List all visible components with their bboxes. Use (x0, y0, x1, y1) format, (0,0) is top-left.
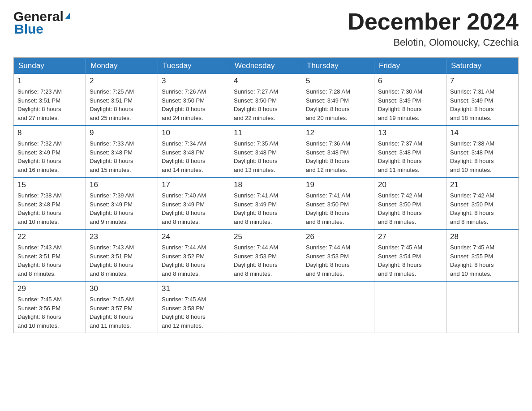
weekday-header-friday: Friday (374, 58, 446, 74)
day-info: Sunrise: 7:30 AMSunset: 3:49 PMDaylight:… (378, 88, 422, 121)
calendar-cell: 15 Sunrise: 7:38 AMSunset: 3:48 PMDaylig… (14, 177, 86, 229)
calendar-cell: 20 Sunrise: 7:42 AMSunset: 3:50 PMDaylig… (374, 177, 446, 229)
day-number: 2 (90, 77, 154, 86)
day-info: Sunrise: 7:38 AMSunset: 3:48 PMDaylight:… (17, 192, 62, 225)
day-info: Sunrise: 7:35 AMSunset: 3:48 PMDaylight:… (234, 140, 278, 173)
calendar-cell: 1 Sunrise: 7:23 AMSunset: 3:51 PMDayligh… (14, 74, 86, 125)
day-number: 4 (234, 77, 298, 86)
day-number: 18 (234, 180, 298, 189)
day-number: 25 (234, 232, 298, 241)
day-info: Sunrise: 7:31 AMSunset: 3:49 PMDaylight:… (450, 88, 494, 121)
day-info: Sunrise: 7:42 AMSunset: 3:50 PMDaylight:… (450, 192, 494, 225)
day-number: 24 (162, 232, 226, 241)
day-number: 13 (378, 128, 442, 137)
calendar-cell (302, 281, 374, 333)
title-section: December 2024 Belotin, Olomoucky, Czechi… (348, 9, 519, 48)
day-info: Sunrise: 7:45 AMSunset: 3:54 PMDaylight:… (378, 244, 422, 277)
day-number: 6 (378, 77, 442, 86)
logo-blue: Blue (13, 21, 70, 37)
day-number: 28 (450, 232, 515, 241)
day-info: Sunrise: 7:41 AMSunset: 3:49 PMDaylight:… (234, 192, 278, 225)
calendar-cell: 16 Sunrise: 7:39 AMSunset: 3:49 PMDaylig… (86, 177, 158, 229)
day-info: Sunrise: 7:43 AMSunset: 3:51 PMDaylight:… (17, 244, 62, 277)
location-title: Belotin, Olomoucky, Czechia (348, 37, 519, 48)
calendar-cell: 23 Sunrise: 7:43 AMSunset: 3:51 PMDaylig… (86, 229, 158, 281)
day-info: Sunrise: 7:23 AMSunset: 3:51 PMDaylight:… (17, 88, 62, 121)
calendar-table: SundayMondayTuesdayWednesdayThursdayFrid… (13, 57, 519, 333)
page-header: General Blue December 2024 Belotin, Olom… (13, 9, 519, 48)
day-number: 19 (306, 180, 370, 189)
calendar-cell (230, 281, 302, 333)
calendar-cell: 19 Sunrise: 7:41 AMSunset: 3:50 PMDaylig… (302, 177, 374, 229)
weekday-header-row: SundayMondayTuesdayWednesdayThursdayFrid… (14, 58, 519, 74)
calendar-cell (446, 281, 519, 333)
calendar-cell: 14 Sunrise: 7:38 AMSunset: 3:48 PMDaylig… (446, 125, 519, 177)
calendar-cell: 21 Sunrise: 7:42 AMSunset: 3:50 PMDaylig… (446, 177, 519, 229)
day-info: Sunrise: 7:34 AMSunset: 3:48 PMDaylight:… (162, 140, 206, 173)
day-number: 21 (450, 180, 515, 189)
day-info: Sunrise: 7:39 AMSunset: 3:49 PMDaylight:… (90, 192, 134, 225)
calendar-cell: 25 Sunrise: 7:44 AMSunset: 3:53 PMDaylig… (230, 229, 302, 281)
calendar-cell: 26 Sunrise: 7:44 AMSunset: 3:53 PMDaylig… (302, 229, 374, 281)
day-number: 27 (378, 232, 442, 241)
calendar-cell: 12 Sunrise: 7:36 AMSunset: 3:48 PMDaylig… (302, 125, 374, 177)
calendar-cell: 31 Sunrise: 7:45 AMSunset: 3:58 PMDaylig… (158, 281, 230, 333)
calendar-cell: 5 Sunrise: 7:28 AMSunset: 3:49 PMDayligh… (302, 74, 374, 125)
day-info: Sunrise: 7:45 AMSunset: 3:57 PMDaylight:… (90, 296, 134, 329)
calendar-cell: 2 Sunrise: 7:25 AMSunset: 3:51 PMDayligh… (86, 74, 158, 125)
day-info: Sunrise: 7:36 AMSunset: 3:48 PMDaylight:… (306, 140, 350, 173)
weekday-header-tuesday: Tuesday (158, 58, 230, 74)
calendar-cell: 30 Sunrise: 7:45 AMSunset: 3:57 PMDaylig… (86, 281, 158, 333)
day-number: 9 (90, 128, 154, 137)
day-number: 12 (306, 128, 370, 137)
calendar-cell: 28 Sunrise: 7:45 AMSunset: 3:55 PMDaylig… (446, 229, 519, 281)
day-number: 14 (450, 128, 515, 137)
calendar-cell: 17 Sunrise: 7:40 AMSunset: 3:49 PMDaylig… (158, 177, 230, 229)
day-number: 3 (162, 77, 226, 86)
day-info: Sunrise: 7:26 AMSunset: 3:50 PMDaylight:… (162, 88, 206, 121)
calendar-cell: 9 Sunrise: 7:33 AMSunset: 3:48 PMDayligh… (86, 125, 158, 177)
calendar-week-row: 22 Sunrise: 7:43 AMSunset: 3:51 PMDaylig… (14, 229, 519, 281)
calendar-cell: 29 Sunrise: 7:45 AMSunset: 3:56 PMDaylig… (14, 281, 86, 333)
calendar-cell (374, 281, 446, 333)
calendar-week-row: 8 Sunrise: 7:32 AMSunset: 3:49 PMDayligh… (14, 125, 519, 177)
day-number: 29 (17, 284, 82, 293)
calendar-cell: 27 Sunrise: 7:45 AMSunset: 3:54 PMDaylig… (374, 229, 446, 281)
day-info: Sunrise: 7:41 AMSunset: 3:50 PMDaylight:… (306, 192, 350, 225)
day-info: Sunrise: 7:33 AMSunset: 3:48 PMDaylight:… (90, 140, 134, 173)
day-number: 1 (17, 77, 82, 86)
day-info: Sunrise: 7:45 AMSunset: 3:58 PMDaylight:… (162, 296, 206, 329)
weekday-header-wednesday: Wednesday (230, 58, 302, 74)
day-number: 8 (17, 128, 82, 137)
calendar-week-row: 29 Sunrise: 7:45 AMSunset: 3:56 PMDaylig… (14, 281, 519, 333)
day-number: 22 (17, 232, 82, 241)
day-info: Sunrise: 7:37 AMSunset: 3:48 PMDaylight:… (378, 140, 422, 173)
day-info: Sunrise: 7:44 AMSunset: 3:52 PMDaylight:… (162, 244, 206, 277)
day-number: 20 (378, 180, 442, 189)
calendar-cell: 11 Sunrise: 7:35 AMSunset: 3:48 PMDaylig… (230, 125, 302, 177)
day-info: Sunrise: 7:44 AMSunset: 3:53 PMDaylight:… (306, 244, 350, 277)
day-number: 11 (234, 128, 298, 137)
calendar-cell: 4 Sunrise: 7:27 AMSunset: 3:50 PMDayligh… (230, 74, 302, 125)
calendar-cell: 6 Sunrise: 7:30 AMSunset: 3:49 PMDayligh… (374, 74, 446, 125)
calendar-week-row: 1 Sunrise: 7:23 AMSunset: 3:51 PMDayligh… (14, 74, 519, 125)
day-number: 10 (162, 128, 226, 137)
calendar-cell: 18 Sunrise: 7:41 AMSunset: 3:49 PMDaylig… (230, 177, 302, 229)
day-info: Sunrise: 7:38 AMSunset: 3:48 PMDaylight:… (450, 140, 494, 173)
calendar-cell: 7 Sunrise: 7:31 AMSunset: 3:49 PMDayligh… (446, 74, 519, 125)
logo-triangle-icon (65, 13, 70, 19)
day-info: Sunrise: 7:40 AMSunset: 3:49 PMDaylight:… (162, 192, 206, 225)
calendar-cell: 13 Sunrise: 7:37 AMSunset: 3:48 PMDaylig… (374, 125, 446, 177)
day-info: Sunrise: 7:43 AMSunset: 3:51 PMDaylight:… (90, 244, 134, 277)
weekday-header-saturday: Saturday (446, 58, 519, 74)
day-number: 5 (306, 77, 370, 86)
logo: General Blue (13, 9, 70, 37)
month-title: December 2024 (348, 9, 519, 34)
day-number: 30 (90, 284, 154, 293)
day-info: Sunrise: 7:25 AMSunset: 3:51 PMDaylight:… (90, 88, 134, 121)
weekday-header-sunday: Sunday (14, 58, 86, 74)
calendar-cell: 24 Sunrise: 7:44 AMSunset: 3:52 PMDaylig… (158, 229, 230, 281)
day-info: Sunrise: 7:45 AMSunset: 3:56 PMDaylight:… (17, 296, 62, 329)
weekday-header-monday: Monday (86, 58, 158, 74)
calendar-cell: 10 Sunrise: 7:34 AMSunset: 3:48 PMDaylig… (158, 125, 230, 177)
